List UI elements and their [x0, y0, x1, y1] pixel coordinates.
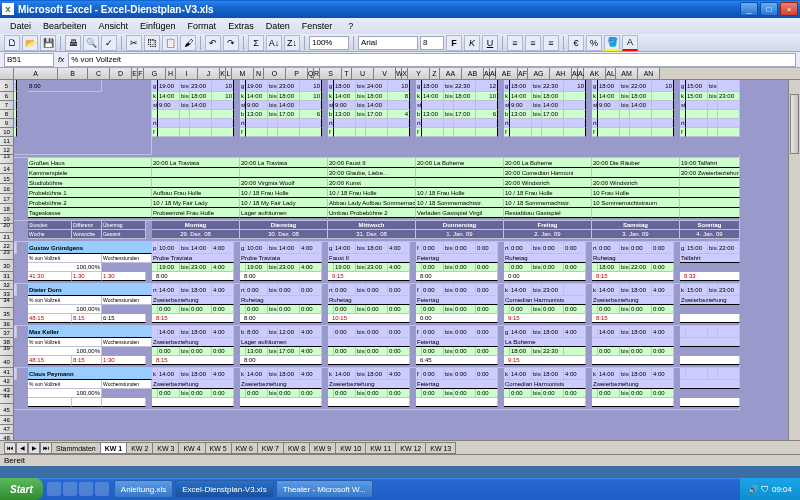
- menu-insert[interactable]: Einfügen: [134, 21, 182, 31]
- cell[interactable]: Dienstag: [240, 221, 328, 230]
- cell[interactable]: [366, 119, 388, 128]
- taskbar-button[interactable]: Theater - Microsoft W...: [276, 480, 373, 498]
- row-header[interactable]: 39: [0, 347, 14, 356]
- cell[interactable]: 20:00 La Boheme: [416, 158, 504, 168]
- cell[interactable]: 0:00: [476, 263, 498, 272]
- cell[interactable]: [510, 128, 532, 137]
- cell[interactable]: 23:00: [718, 92, 740, 101]
- row-header[interactable]: 31: [0, 272, 14, 281]
- cell[interactable]: Donnerstag: [416, 221, 504, 230]
- cell[interactable]: bis: [268, 101, 278, 110]
- menu-file[interactable]: Datei: [4, 21, 37, 31]
- cell[interactable]: Zweierbeziehung: [680, 296, 740, 305]
- cell[interactable]: 19:00: [246, 263, 268, 272]
- cell[interactable]: [180, 110, 190, 119]
- cell[interactable]: bis: [444, 242, 454, 254]
- cell[interactable]: Sonntag: [680, 221, 740, 230]
- cell[interactable]: [14, 239, 740, 242]
- cell[interactable]: [356, 128, 366, 137]
- ql-icon[interactable]: [47, 482, 61, 496]
- cell[interactable]: 18:00: [278, 92, 300, 101]
- cell[interactable]: [416, 168, 504, 178]
- cell[interactable]: 4:00: [564, 326, 586, 338]
- col-header[interactable]: AA: [440, 68, 462, 79]
- cell[interactable]: 23:00: [278, 80, 300, 92]
- cell[interactable]: [422, 101, 444, 110]
- cell[interactable]: bis: [708, 92, 718, 101]
- cell[interactable]: [680, 380, 740, 389]
- cell[interactable]: Freitag: [504, 221, 592, 230]
- cell[interactable]: 8:15: [592, 272, 674, 281]
- cell[interactable]: 18:00: [190, 368, 212, 380]
- cell[interactable]: [422, 119, 444, 128]
- cell[interactable]: 22:00: [630, 263, 652, 272]
- cell[interactable]: [334, 128, 356, 137]
- cell[interactable]: 8:00: [240, 314, 322, 323]
- cell[interactable]: Abbau Lady Aufbau Sommernachtstr.: [328, 198, 416, 208]
- cell[interactable]: 2. Jan. 09: [504, 230, 592, 239]
- cell[interactable]: 0:00: [190, 305, 212, 314]
- cell[interactable]: 10: [212, 92, 234, 101]
- cell[interactable]: 0:00: [246, 305, 268, 314]
- cell[interactable]: 20:00 Die Räuber: [592, 158, 680, 168]
- cell[interactable]: [476, 128, 498, 137]
- cell[interactable]: 18:00: [422, 80, 444, 92]
- cell[interactable]: 10 / 18 Frau Holle: [504, 188, 592, 198]
- cell[interactable]: La Boheme: [504, 338, 586, 347]
- cell[interactable]: [630, 119, 652, 128]
- cell[interactable]: 22:00: [718, 242, 740, 254]
- cell[interactable]: % von Vollzeit: [28, 296, 102, 305]
- worksheet-grid[interactable]: ABCDEFGHIJKLMNOPQRSTUVWXYZAAABACADAEAFAG…: [0, 68, 800, 466]
- cell[interactable]: 0:00: [630, 242, 652, 254]
- cell[interactable]: 23:00: [190, 263, 212, 272]
- tab-nav-next-icon[interactable]: ▶: [28, 442, 40, 454]
- cell[interactable]: 9:00: [158, 101, 180, 110]
- row-header[interactable]: 40: [0, 356, 14, 368]
- cell[interactable]: 14:00: [278, 242, 300, 254]
- cell[interactable]: Zweierbeziehung: [152, 338, 234, 347]
- cell[interactable]: [532, 128, 542, 137]
- cell[interactable]: Ruhetag: [328, 296, 410, 305]
- cell[interactable]: 9:00: [598, 101, 620, 110]
- cell[interactable]: 20:00 Glaube, Liebe...: [328, 168, 416, 178]
- cell[interactable]: 17:00: [542, 110, 564, 119]
- sort-asc-icon[interactable]: A↓: [266, 35, 282, 51]
- cell[interactable]: 0:00: [454, 389, 476, 398]
- start-button[interactable]: Start: [0, 478, 43, 500]
- cell[interactable]: [14, 368, 17, 380]
- cell[interactable]: 13:00: [422, 110, 444, 119]
- sheet-tab[interactable]: KW 7: [257, 442, 284, 454]
- cell[interactable]: 0:00: [542, 305, 564, 314]
- cell[interactable]: Claus Peymann: [28, 368, 152, 380]
- col-header[interactable]: B: [58, 68, 88, 79]
- cell[interactable]: 9:15: [504, 356, 586, 365]
- cell[interactable]: [152, 168, 240, 178]
- cell[interactable]: Studiobühne: [28, 178, 152, 188]
- taskbar-button[interactable]: Excel-Dienstplan-V3.xls: [175, 480, 273, 498]
- cell[interactable]: 20:00 Kunst: [328, 178, 416, 188]
- cell[interactable]: [28, 398, 72, 407]
- cell[interactable]: bis: [268, 305, 278, 314]
- row-header[interactable]: 23: [0, 251, 14, 260]
- sheet-tab[interactable]: KW 10: [335, 442, 366, 454]
- row-header[interactable]: 21: [0, 233, 14, 242]
- cell[interactable]: [598, 110, 620, 119]
- cell[interactable]: [444, 119, 454, 128]
- cell[interactable]: [102, 398, 146, 407]
- col-header[interactable]: AK: [584, 68, 606, 79]
- cell[interactable]: 22:30: [454, 80, 476, 92]
- cell[interactable]: 0:00: [300, 305, 322, 314]
- cell[interactable]: bis: [532, 284, 542, 296]
- cell[interactable]: [652, 110, 674, 119]
- cell[interactable]: [680, 208, 740, 218]
- cell[interactable]: 0:00: [158, 305, 180, 314]
- col-header[interactable]: AF: [518, 68, 528, 79]
- cell[interactable]: [592, 398, 674, 407]
- cell[interactable]: [708, 368, 718, 380]
- cell[interactable]: 0:00: [334, 326, 356, 338]
- taskbar-button[interactable]: Anleitung.xls: [114, 480, 173, 498]
- row-header[interactable]: 6: [0, 92, 14, 101]
- cell[interactable]: Zweierbeziehung: [592, 380, 674, 389]
- cell[interactable]: Ruhetag: [592, 254, 674, 263]
- cell[interactable]: 10 / 18 Frau Holle: [416, 188, 504, 198]
